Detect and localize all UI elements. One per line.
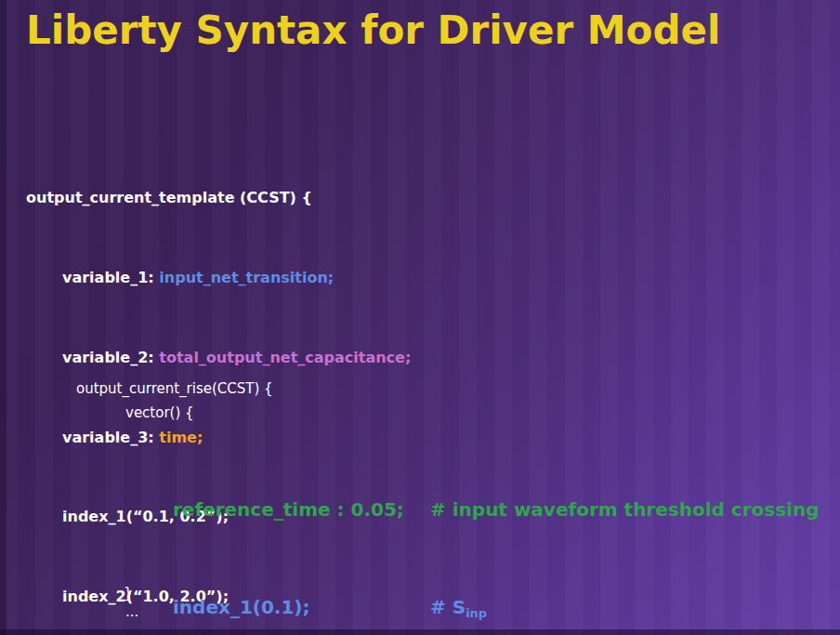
code-line-variable-1: variable_1: input_net_transition; [26, 265, 411, 292]
code-text: ... [125, 603, 138, 620]
code-line-vector-index-1: index_1(0.1);# Sinp [173, 591, 820, 624]
code-text: index_1(0.1); [173, 591, 430, 624]
code-keyword: variable_1: [62, 269, 159, 286]
code-line-ellipsis: ... [125, 602, 138, 621]
code-vector-block: reference_time : 0.05;# input waveform t… [173, 430, 820, 635]
code-keyword: variable_2: [62, 349, 159, 366]
code-line-template-open: output_current_template (CCST) { [26, 185, 411, 212]
code-value: total_output_net_capacitance; [159, 349, 411, 366]
code-comment: # Sinp [430, 596, 487, 618]
code-text: output_current_template (CCST) { [26, 189, 312, 206]
code-line-rise-open: output_current_rise(CCST) { [76, 379, 273, 398]
slide: Liberty Syntax for Driver Model output_c… [0, 0, 840, 635]
comment-base: # S [430, 596, 466, 618]
code-text: vector() { [125, 404, 194, 421]
code-line-vector-open: vector() { [125, 403, 194, 422]
comment-subscript: inp [466, 606, 487, 620]
slide-title: Liberty Syntax for Driver Model [26, 7, 720, 54]
code-keyword: variable_3: [62, 429, 159, 446]
code-text: reference_time : 0.05; [173, 494, 430, 526]
slide-left-edge [0, 0, 7, 635]
code-text: output_current_rise(CCST) { [76, 380, 273, 397]
code-value: input_net_transition; [159, 269, 334, 286]
code-line-variable-2: variable_2: total_output_net_capacitance… [26, 345, 411, 372]
code-line-reference-time: reference_time : 0.05;# input waveform t… [173, 494, 820, 526]
code-text: } [124, 585, 133, 602]
code-line-vector-close: } [124, 584, 133, 602]
code-comment: # input waveform threshold crossing [430, 498, 820, 521]
